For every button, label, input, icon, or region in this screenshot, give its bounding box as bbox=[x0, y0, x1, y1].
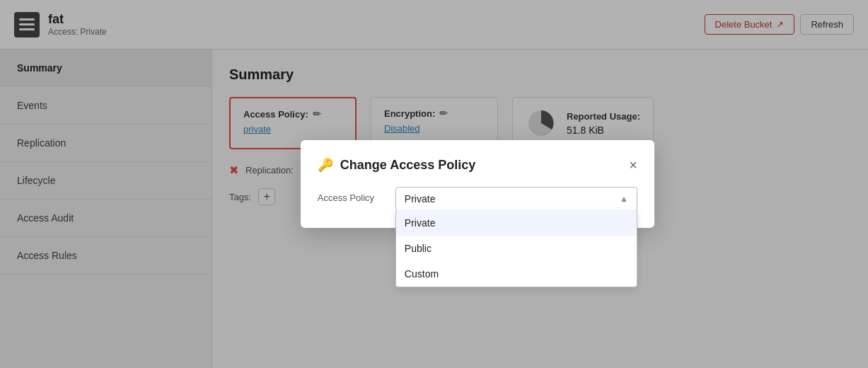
modal-title: 🔑 Change Access Policy bbox=[318, 157, 475, 173]
dropdown-list: Private Public Custom bbox=[395, 210, 637, 287]
change-access-policy-modal: 🔑 Change Access Policy × Access Policy P… bbox=[301, 140, 654, 228]
key-icon: 🔑 bbox=[318, 157, 333, 173]
dropdown-selected-value: Private bbox=[405, 193, 436, 205]
dropdown-row: Access Policy Private ▲ Private Public C… bbox=[318, 187, 637, 211]
policy-dropdown-label: Access Policy bbox=[318, 187, 381, 203]
dropdown-option-private[interactable]: Private bbox=[396, 210, 637, 236]
modal-header: 🔑 Change Access Policy × bbox=[318, 157, 637, 173]
dropdown-option-custom[interactable]: Custom bbox=[396, 261, 637, 287]
modal-close-button[interactable]: × bbox=[629, 158, 637, 172]
dropdown-option-public[interactable]: Public bbox=[396, 236, 637, 261]
dropdown-container: Private ▲ Private Public Custom bbox=[395, 187, 637, 211]
dropdown-trigger[interactable]: Private ▲ bbox=[395, 187, 637, 211]
chevron-up-icon: ▲ bbox=[620, 194, 628, 204]
